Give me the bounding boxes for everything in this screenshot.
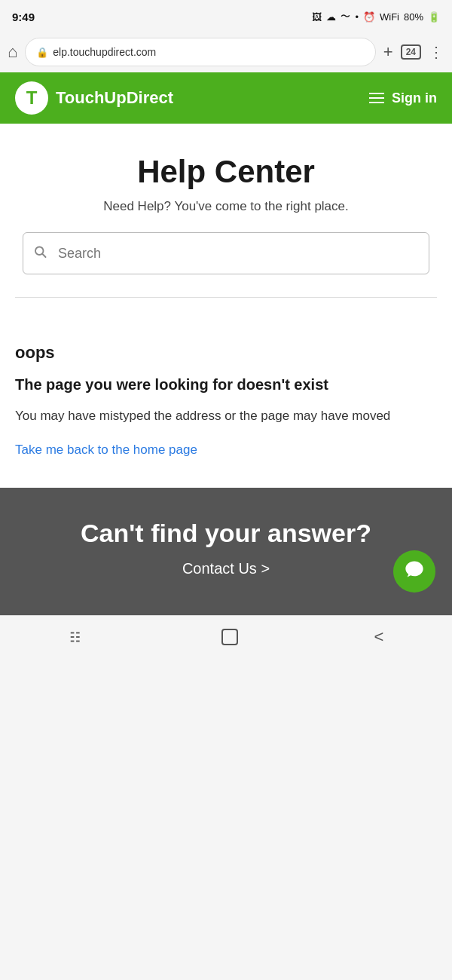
- site-header: T TouchUpDirect Sign in: [0, 72, 452, 124]
- error-section: oops The page you were looking for doesn…: [0, 320, 452, 488]
- cloud-icon: ☁: [326, 11, 336, 23]
- contact-us-link[interactable]: Contact Us >: [182, 560, 270, 577]
- chat-fab-button[interactable]: [393, 550, 435, 593]
- lock-icon: 🔒: [36, 47, 48, 58]
- svg-line-1: [43, 254, 46, 257]
- logo-circle: T: [15, 81, 48, 115]
- logo-area[interactable]: T TouchUpDirect: [15, 81, 173, 115]
- hamburger-menu-icon[interactable]: [369, 93, 384, 103]
- home-icon[interactable]: ⌂: [8, 42, 17, 62]
- error-heading: The page you were looking for doesn't ex…: [15, 375, 437, 394]
- back-button[interactable]: <: [374, 627, 384, 647]
- search-bar: [23, 232, 429, 274]
- browser-actions: + 24 ⋮: [383, 42, 444, 62]
- chat-icon: [404, 559, 425, 585]
- dot-icon: •: [355, 11, 359, 23]
- browser-chrome: ⌂ 🔒 elp.touchupdirect.com + 24 ⋮: [0, 33, 452, 72]
- recent-apps-button[interactable]: [69, 629, 85, 645]
- search-input[interactable]: [23, 232, 429, 274]
- url-text: elp.touchupdirect.com: [53, 46, 156, 58]
- brand-name: TouchUpDirect: [56, 88, 173, 108]
- sign-in-button[interactable]: Sign in: [392, 90, 437, 106]
- browser-menu-button[interactable]: ⋮: [429, 43, 444, 61]
- main-content: Help Center Need Help? You've come to th…: [0, 124, 452, 320]
- status-icons: 🖼 ☁ 〜 • ⏰ WiFi 80% 🔋: [312, 10, 440, 23]
- battery-icon: 🔋: [428, 11, 440, 23]
- url-bar[interactable]: 🔒 elp.touchupdirect.com: [25, 38, 375, 66]
- search-icon: [33, 245, 47, 262]
- tab-count[interactable]: 24: [401, 44, 421, 60]
- wifi-icon: WiFi: [380, 11, 399, 23]
- alarm-icon: ⏰: [363, 11, 375, 23]
- oops-label: oops: [15, 343, 437, 363]
- new-tab-button[interactable]: +: [383, 42, 393, 62]
- cant-find-title: Can't find your answer?: [15, 518, 437, 549]
- signal-icon: 〜: [341, 10, 350, 23]
- battery-text: 80%: [404, 11, 423, 23]
- logo-letter: T: [26, 87, 38, 109]
- back-to-home-link[interactable]: Take me back to the home page: [15, 443, 197, 457]
- bottom-nav: <: [0, 615, 452, 657]
- footer-cta: Can't find your answer? Contact Us >: [0, 488, 452, 616]
- home-button[interactable]: [221, 629, 238, 645]
- status-bar: 9:49 🖼 ☁ 〜 • ⏰ WiFi 80% 🔋: [0, 0, 452, 33]
- status-time: 9:49: [12, 11, 35, 23]
- nav-right: Sign in: [369, 90, 437, 106]
- notification-icon: 🖼: [312, 11, 322, 23]
- page-title: Help Center: [15, 154, 437, 190]
- error-body: You may have mistyped the address or the…: [15, 406, 437, 426]
- divider: [15, 297, 437, 298]
- svg-point-0: [35, 247, 44, 256]
- help-subtitle: Need Help? You've come to the right plac…: [15, 199, 437, 214]
